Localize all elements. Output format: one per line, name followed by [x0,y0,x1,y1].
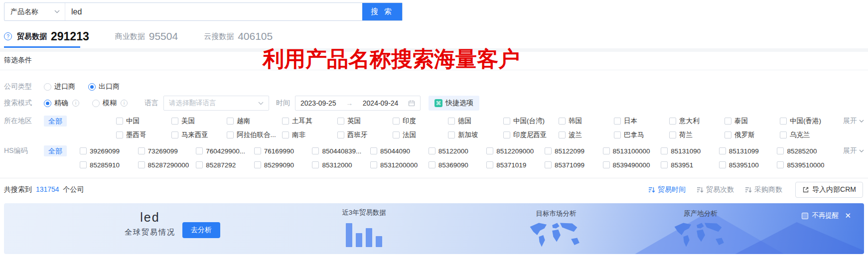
region-checkbox[interactable]: 波兰 [559,131,614,139]
hs-code-checkbox[interactable]: 85122099 [545,147,603,155]
hs-code-checkbox[interactable]: 8513100000 [603,147,661,155]
region-checkbox[interactable]: 德国 [448,117,503,126]
hs-code-checkbox[interactable]: 39269099 [80,147,138,155]
hs-all-badge[interactable]: 全部 [44,145,67,156]
hs-code-checkbox[interactable]: 760429900... [196,147,254,155]
hs-code-checkbox[interactable]: 8539490000 [603,161,661,169]
hs-code-checkbox[interactable]: 85287290000 [138,161,196,169]
hs-code-checkbox[interactable]: 85395100 [719,161,777,169]
sort-trade-time[interactable]: 贸易时间 [648,185,686,194]
hs-code-checkbox[interactable]: 85371099 [545,161,603,169]
checkbox-icon [603,161,610,168]
search-button[interactable]: 搜 索 [362,3,402,20]
region-checkbox[interactable]: 中国(香港) [780,117,835,126]
info-icon[interactable]: i [121,100,128,107]
result-count[interactable]: 131754 [36,185,59,193]
checkbox-icon [116,118,123,125]
region-checkbox[interactable]: 日本 [614,117,669,126]
company-type-label: 公司类型 [4,82,44,91]
hs-expand-link[interactable]: 展开 [843,146,864,155]
region-checkbox[interactable]: 韩国 [559,117,614,126]
origin-analysis-block: 原产地分析 [661,209,740,252]
analyze-button[interactable]: 去分析 [182,222,220,238]
radio-importer[interactable]: 进口商 [44,82,75,91]
hs-code-checkbox[interactable]: 85285200 [777,147,835,155]
hs-code-checkbox[interactable]: 85369090 [429,161,487,169]
region-checkbox[interactable]: 乌克兰 [780,131,835,139]
region-checkbox[interactable]: 阿拉伯联合... [227,131,282,139]
checkbox-label: 印度 [403,117,416,126]
hs-code-checkbox[interactable]: 85131090 [661,147,719,155]
region-checkbox[interactable]: 美国 [171,117,227,126]
checkbox-icon [724,118,731,125]
sort-trade-count[interactable]: 贸易次数 [697,185,734,194]
date-range-picker[interactable]: 2023-09-25 → 2024-09-24 [295,96,421,111]
dismiss-label[interactable]: 不再提醒 [812,211,839,220]
hs-code-checkbox[interactable]: 85285910 [80,161,138,169]
tab-trade-data[interactable]: ? 贸易数据 291213 [4,25,89,48]
search-category-select[interactable]: 产品名称 [4,3,65,20]
chevron-down-icon [258,102,264,105]
checkbox-icon [777,161,784,168]
trade-chart-block: 近3年贸易数据 [325,208,403,247]
checkbox-icon [282,118,289,125]
hs-code-checkbox[interactable]: 73269099 [138,147,196,155]
region-checkbox[interactable]: 土耳其 [282,117,337,126]
region-checkbox[interactable]: 巴拿马 [614,131,669,139]
region-checkbox[interactable]: 印度 [393,117,448,126]
hs-code-checkbox[interactable]: 85122000 [429,147,487,155]
date-start[interactable]: 2023-09-25 [300,99,336,107]
checkbox-label: 8531200000 [380,161,418,169]
region-checkbox[interactable]: 意大利 [669,117,724,126]
hs-code-checkbox[interactable]: 850440839... [312,147,370,155]
radio-icon [44,83,51,91]
hs-code-checkbox[interactable]: 853951 [661,161,719,169]
region-checkbox[interactable]: 俄罗斯 [724,131,780,139]
region-checkbox[interactable]: 马来西亚 [171,131,227,139]
region-checkbox[interactable]: 西班牙 [337,131,393,139]
tab-business-data[interactable]: 商业数据 95504 [115,25,178,48]
hs-code-checkbox[interactable]: 8539510000 [777,161,835,169]
hs-code-checkbox[interactable]: 8531200000 [370,161,429,169]
sort-icon [648,187,655,193]
hs-code-checkbox[interactable]: 85131099 [719,147,777,155]
hs-code-checkbox[interactable]: 85044090 [370,147,429,155]
checkbox-label: 85122000 [438,147,468,155]
dismiss-checkbox[interactable] [802,213,808,219]
product-search-bar: 产品名称 搜 索 [4,2,403,21]
radio-exporter[interactable]: 出口商 [88,82,120,91]
checkbox-icon [614,132,621,138]
region-checkbox-grid-2: 墨西哥 马来西亚 阿拉伯联合... 南非 西班牙 [116,131,835,139]
sort-buyer-count[interactable]: 采购商数 [745,185,782,194]
checkbox-label: 85044090 [380,147,410,155]
hs-code-checkbox[interactable]: 8512209000 [486,147,545,155]
region-checkbox[interactable]: 泰国 [724,117,780,126]
region-checkbox[interactable]: 墨西哥 [116,131,171,139]
region-checkbox[interactable]: 新加坡 [448,131,503,139]
hs-code-checkbox[interactable]: 85299090 [254,161,312,169]
region-checkbox[interactable]: 荷兰 [669,131,724,139]
hs-code-checkbox[interactable]: 85371019 [486,161,545,169]
radio-exact[interactable]: 精确 i [44,99,79,108]
language-select[interactable]: 请选择翻译语言 [163,96,269,111]
date-end[interactable]: 2024-09-24 [363,99,399,107]
region-expand-link[interactable]: 展开 [843,117,864,126]
hs-code-checkbox[interactable]: 85312000 [312,161,370,169]
region-checkbox[interactable]: 英国 [337,117,393,126]
region-checkbox[interactable]: 法国 [393,131,448,139]
radio-fuzzy[interactable]: 模糊 i [92,99,128,108]
import-crm-button[interactable]: 导入内部CRM [795,182,863,198]
region-checkbox[interactable]: 南非 [282,131,337,139]
hs-code-checkbox[interactable]: 76169990 [254,147,312,155]
info-icon[interactable]: i [72,100,79,107]
region-checkbox[interactable]: 中国 [116,117,171,126]
region-checkbox[interactable]: 中国(台湾) [503,117,559,126]
region-all-badge[interactable]: 全部 [44,116,67,127]
region-checkbox[interactable]: 印度尼西亚 [503,131,559,139]
region-checkbox[interactable]: 越南 [227,117,282,126]
search-input[interactable] [65,3,362,20]
close-icon[interactable]: ✕ [845,211,851,220]
hs-code-checkbox[interactable]: 85287292 [196,161,254,169]
quick-options-button[interactable]: ⌘ 快捷选项 [429,96,479,111]
radio-icon [92,100,100,107]
